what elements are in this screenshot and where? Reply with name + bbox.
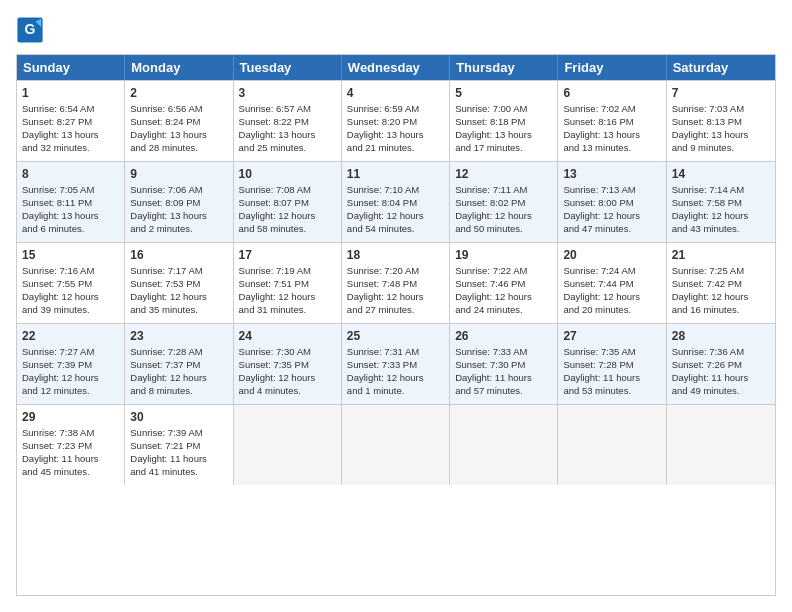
day-info: Sunrise: 7:13 AM Sunset: 8:00 PM Dayligh… <box>563 184 640 233</box>
day-number: 14 <box>672 166 770 182</box>
day-info: Sunrise: 7:20 AM Sunset: 7:48 PM Dayligh… <box>347 265 424 314</box>
day-info: Sunrise: 7:38 AM Sunset: 7:23 PM Dayligh… <box>22 427 99 476</box>
day-info: Sunrise: 7:27 AM Sunset: 7:39 PM Dayligh… <box>22 346 99 395</box>
day-number: 12 <box>455 166 552 182</box>
logo: G <box>16 16 48 44</box>
day-number: 23 <box>130 328 227 344</box>
header: G <box>16 16 776 44</box>
day-info: Sunrise: 7:11 AM Sunset: 8:02 PM Dayligh… <box>455 184 532 233</box>
day-info: Sunrise: 7:05 AM Sunset: 8:11 PM Dayligh… <box>22 184 99 233</box>
page-container: G SundayMondayTuesdayWednesdayThursdayFr… <box>0 0 792 612</box>
day-cell-5: 5Sunrise: 7:00 AM Sunset: 8:18 PM Daylig… <box>450 81 558 161</box>
day-cell-23: 23Sunrise: 7:28 AM Sunset: 7:37 PM Dayli… <box>125 324 233 404</box>
day-info: Sunrise: 7:39 AM Sunset: 7:21 PM Dayligh… <box>130 427 207 476</box>
day-info: Sunrise: 7:31 AM Sunset: 7:33 PM Dayligh… <box>347 346 424 395</box>
day-cell-12: 12Sunrise: 7:11 AM Sunset: 8:02 PM Dayli… <box>450 162 558 242</box>
day-cell-25: 25Sunrise: 7:31 AM Sunset: 7:33 PM Dayli… <box>342 324 450 404</box>
day-info: Sunrise: 7:17 AM Sunset: 7:53 PM Dayligh… <box>130 265 207 314</box>
day-number: 17 <box>239 247 336 263</box>
day-number: 15 <box>22 247 119 263</box>
day-number: 25 <box>347 328 444 344</box>
empty-cell <box>558 405 666 485</box>
day-info: Sunrise: 7:25 AM Sunset: 7:42 PM Dayligh… <box>672 265 749 314</box>
day-number: 29 <box>22 409 119 425</box>
day-info: Sunrise: 6:54 AM Sunset: 8:27 PM Dayligh… <box>22 103 99 152</box>
day-cell-1: 1Sunrise: 6:54 AM Sunset: 8:27 PM Daylig… <box>17 81 125 161</box>
day-info: Sunrise: 7:16 AM Sunset: 7:55 PM Dayligh… <box>22 265 99 314</box>
day-number: 18 <box>347 247 444 263</box>
day-cell-3: 3Sunrise: 6:57 AM Sunset: 8:22 PM Daylig… <box>234 81 342 161</box>
calendar-row: 15Sunrise: 7:16 AM Sunset: 7:55 PM Dayli… <box>17 242 775 323</box>
day-info: Sunrise: 7:30 AM Sunset: 7:35 PM Dayligh… <box>239 346 316 395</box>
day-number: 3 <box>239 85 336 101</box>
day-cell-10: 10Sunrise: 7:08 AM Sunset: 8:07 PM Dayli… <box>234 162 342 242</box>
day-number: 28 <box>672 328 770 344</box>
day-number: 19 <box>455 247 552 263</box>
day-info: Sunrise: 7:35 AM Sunset: 7:28 PM Dayligh… <box>563 346 640 395</box>
day-cell-18: 18Sunrise: 7:20 AM Sunset: 7:48 PM Dayli… <box>342 243 450 323</box>
day-info: Sunrise: 7:02 AM Sunset: 8:16 PM Dayligh… <box>563 103 640 152</box>
calendar-header: SundayMondayTuesdayWednesdayThursdayFrid… <box>17 55 775 80</box>
header-day-wednesday: Wednesday <box>342 55 450 80</box>
day-cell-14: 14Sunrise: 7:14 AM Sunset: 7:58 PM Dayli… <box>667 162 775 242</box>
day-info: Sunrise: 6:57 AM Sunset: 8:22 PM Dayligh… <box>239 103 316 152</box>
day-number: 1 <box>22 85 119 101</box>
day-info: Sunrise: 7:22 AM Sunset: 7:46 PM Dayligh… <box>455 265 532 314</box>
day-cell-4: 4Sunrise: 6:59 AM Sunset: 8:20 PM Daylig… <box>342 81 450 161</box>
day-info: Sunrise: 7:28 AM Sunset: 7:37 PM Dayligh… <box>130 346 207 395</box>
day-info: Sunrise: 7:33 AM Sunset: 7:30 PM Dayligh… <box>455 346 532 395</box>
day-number: 21 <box>672 247 770 263</box>
day-info: Sunrise: 7:10 AM Sunset: 8:04 PM Dayligh… <box>347 184 424 233</box>
day-cell-13: 13Sunrise: 7:13 AM Sunset: 8:00 PM Dayli… <box>558 162 666 242</box>
header-day-monday: Monday <box>125 55 233 80</box>
day-cell-7: 7Sunrise: 7:03 AM Sunset: 8:13 PM Daylig… <box>667 81 775 161</box>
day-info: Sunrise: 7:14 AM Sunset: 7:58 PM Dayligh… <box>672 184 749 233</box>
empty-cell <box>342 405 450 485</box>
day-info: Sunrise: 7:03 AM Sunset: 8:13 PM Dayligh… <box>672 103 749 152</box>
day-cell-30: 30Sunrise: 7:39 AM Sunset: 7:21 PM Dayli… <box>125 405 233 485</box>
day-number: 4 <box>347 85 444 101</box>
day-cell-24: 24Sunrise: 7:30 AM Sunset: 7:35 PM Dayli… <box>234 324 342 404</box>
day-cell-9: 9Sunrise: 7:06 AM Sunset: 8:09 PM Daylig… <box>125 162 233 242</box>
day-cell-19: 19Sunrise: 7:22 AM Sunset: 7:46 PM Dayli… <box>450 243 558 323</box>
day-cell-27: 27Sunrise: 7:35 AM Sunset: 7:28 PM Dayli… <box>558 324 666 404</box>
day-info: Sunrise: 7:24 AM Sunset: 7:44 PM Dayligh… <box>563 265 640 314</box>
day-number: 2 <box>130 85 227 101</box>
header-day-saturday: Saturday <box>667 55 775 80</box>
day-number: 26 <box>455 328 552 344</box>
day-number: 11 <box>347 166 444 182</box>
calendar-row: 29Sunrise: 7:38 AM Sunset: 7:23 PM Dayli… <box>17 404 775 485</box>
day-cell-22: 22Sunrise: 7:27 AM Sunset: 7:39 PM Dayli… <box>17 324 125 404</box>
header-day-sunday: Sunday <box>17 55 125 80</box>
empty-cell <box>234 405 342 485</box>
svg-text:G: G <box>25 21 36 37</box>
day-number: 13 <box>563 166 660 182</box>
day-info: Sunrise: 6:56 AM Sunset: 8:24 PM Dayligh… <box>130 103 207 152</box>
day-number: 7 <box>672 85 770 101</box>
day-cell-28: 28Sunrise: 7:36 AM Sunset: 7:26 PM Dayli… <box>667 324 775 404</box>
day-cell-21: 21Sunrise: 7:25 AM Sunset: 7:42 PM Dayli… <box>667 243 775 323</box>
calendar-row: 8Sunrise: 7:05 AM Sunset: 8:11 PM Daylig… <box>17 161 775 242</box>
day-info: Sunrise: 7:36 AM Sunset: 7:26 PM Dayligh… <box>672 346 749 395</box>
day-cell-8: 8Sunrise: 7:05 AM Sunset: 8:11 PM Daylig… <box>17 162 125 242</box>
day-cell-17: 17Sunrise: 7:19 AM Sunset: 7:51 PM Dayli… <box>234 243 342 323</box>
header-day-thursday: Thursday <box>450 55 558 80</box>
day-info: Sunrise: 6:59 AM Sunset: 8:20 PM Dayligh… <box>347 103 424 152</box>
day-cell-6: 6Sunrise: 7:02 AM Sunset: 8:16 PM Daylig… <box>558 81 666 161</box>
day-cell-16: 16Sunrise: 7:17 AM Sunset: 7:53 PM Dayli… <box>125 243 233 323</box>
empty-cell <box>450 405 558 485</box>
logo-icon: G <box>16 16 44 44</box>
day-cell-2: 2Sunrise: 6:56 AM Sunset: 8:24 PM Daylig… <box>125 81 233 161</box>
day-cell-26: 26Sunrise: 7:33 AM Sunset: 7:30 PM Dayli… <box>450 324 558 404</box>
day-number: 30 <box>130 409 227 425</box>
day-number: 24 <box>239 328 336 344</box>
calendar-row: 22Sunrise: 7:27 AM Sunset: 7:39 PM Dayli… <box>17 323 775 404</box>
day-number: 8 <box>22 166 119 182</box>
calendar: SundayMondayTuesdayWednesdayThursdayFrid… <box>16 54 776 596</box>
day-cell-29: 29Sunrise: 7:38 AM Sunset: 7:23 PM Dayli… <box>17 405 125 485</box>
day-number: 10 <box>239 166 336 182</box>
day-cell-11: 11Sunrise: 7:10 AM Sunset: 8:04 PM Dayli… <box>342 162 450 242</box>
day-number: 6 <box>563 85 660 101</box>
empty-cell <box>667 405 775 485</box>
day-number: 27 <box>563 328 660 344</box>
